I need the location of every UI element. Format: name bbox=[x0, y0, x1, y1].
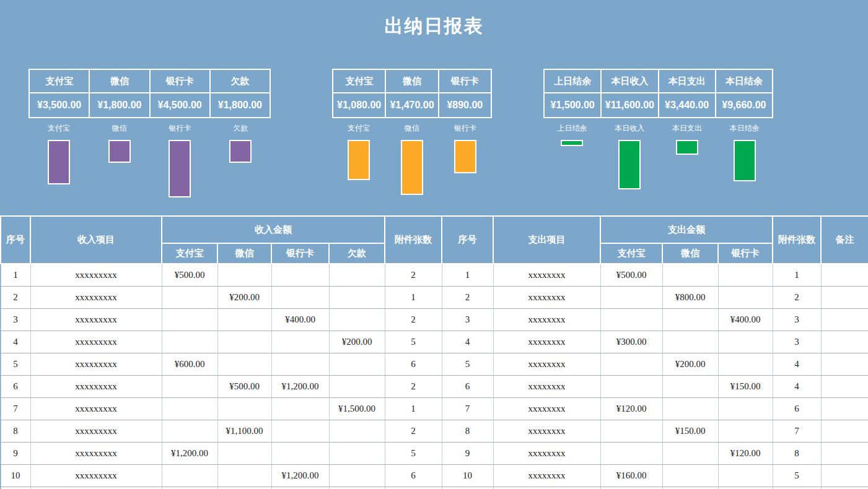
income-alipay-cell[interactable] bbox=[162, 420, 217, 443]
income-item-cell[interactable] bbox=[30, 487, 162, 489]
expense-attach-cell[interactable]: 2 bbox=[773, 287, 821, 309]
expense-no-cell[interactable]: 1 bbox=[442, 264, 493, 287]
expense-alipay-cell[interactable]: ¥500.00 bbox=[600, 264, 662, 287]
income-item-cell[interactable]: xxxxxxxxx bbox=[30, 420, 162, 443]
income-alipay-cell[interactable] bbox=[162, 487, 217, 489]
income-debt-cell[interactable] bbox=[329, 353, 385, 376]
expense-attach-cell[interactable]: 5 bbox=[773, 465, 821, 487]
expense-no-cell[interactable]: 6 bbox=[442, 376, 493, 398]
income-alipay-cell[interactable] bbox=[162, 309, 217, 331]
expense-no-cell[interactable]: 7 bbox=[442, 398, 493, 420]
expense-bankcard-cell[interactable]: ¥150.00 bbox=[718, 376, 773, 398]
remark-cell[interactable] bbox=[821, 465, 868, 487]
expense-alipay-cell[interactable]: ¥120.00 bbox=[600, 398, 662, 420]
income-debt-cell[interactable] bbox=[329, 287, 385, 309]
expense-item-cell[interactable]: xxxxxxxx bbox=[493, 398, 600, 420]
income-wechat-cell[interactable] bbox=[217, 264, 271, 287]
income-bankcard-cell[interactable] bbox=[271, 487, 329, 489]
remark-cell[interactable] bbox=[821, 398, 868, 420]
income-no-cell[interactable]: 9 bbox=[1, 443, 30, 465]
income-debt-cell[interactable]: ¥1,500.00 bbox=[329, 398, 385, 420]
income-item-cell[interactable]: xxxxxxxxx bbox=[30, 443, 162, 465]
income-debt-cell[interactable] bbox=[329, 443, 385, 465]
income-alipay-cell[interactable] bbox=[162, 465, 217, 487]
income-attach-cell[interactable] bbox=[385, 487, 442, 489]
income-attach-cell[interactable]: 6 bbox=[385, 353, 442, 376]
income-no-cell[interactable]: 4 bbox=[1, 331, 30, 353]
expense-no-cell[interactable] bbox=[442, 487, 493, 489]
income-wechat-cell[interactable] bbox=[217, 443, 271, 465]
income-bankcard-cell[interactable] bbox=[271, 420, 329, 443]
income-bankcard-cell[interactable] bbox=[271, 331, 329, 353]
income-debt-cell[interactable] bbox=[329, 264, 385, 287]
expense-wechat-cell[interactable] bbox=[662, 331, 718, 353]
income-attach-cell[interactable]: 5 bbox=[385, 443, 442, 465]
remark-cell[interactable] bbox=[821, 264, 868, 287]
income-bankcard-cell[interactable] bbox=[271, 398, 329, 420]
expense-wechat-cell[interactable]: ¥150.00 bbox=[662, 420, 718, 443]
income-item-cell[interactable]: xxxxxxxxx bbox=[30, 264, 162, 287]
expense-attach-cell[interactable]: 6 bbox=[773, 398, 821, 420]
remark-cell[interactable] bbox=[821, 487, 868, 489]
expense-attach-cell[interactable]: 8 bbox=[773, 443, 821, 465]
income-no-cell[interactable]: 2 bbox=[1, 287, 30, 309]
income-attach-cell[interactable]: 5 bbox=[385, 331, 442, 353]
income-bankcard-cell[interactable]: ¥400.00 bbox=[271, 309, 329, 331]
expense-attach-cell[interactable]: 3 bbox=[773, 331, 821, 353]
expense-wechat-cell[interactable] bbox=[662, 443, 718, 465]
income-item-cell[interactable]: xxxxxxxxx bbox=[30, 331, 162, 353]
income-attach-cell[interactable]: 1 bbox=[385, 398, 442, 420]
income-no-cell[interactable]: 1 bbox=[1, 264, 30, 287]
income-alipay-cell[interactable]: ¥500.00 bbox=[162, 264, 217, 287]
expense-item-cell[interactable] bbox=[493, 487, 600, 489]
expense-wechat-cell[interactable] bbox=[662, 398, 718, 420]
remark-cell[interactable] bbox=[821, 309, 868, 331]
expense-bankcard-cell[interactable] bbox=[718, 487, 773, 489]
expense-no-cell[interactable]: 8 bbox=[442, 420, 493, 443]
expense-wechat-cell[interactable] bbox=[662, 264, 718, 287]
expense-item-cell[interactable]: xxxxxxxx bbox=[493, 465, 600, 487]
expense-alipay-cell[interactable] bbox=[600, 376, 662, 398]
income-debt-cell[interactable] bbox=[329, 487, 385, 489]
expense-wechat-cell[interactable] bbox=[662, 376, 718, 398]
expense-item-cell[interactable]: xxxxxxxx bbox=[493, 420, 600, 443]
income-no-cell[interactable]: 3 bbox=[1, 309, 30, 331]
expense-alipay-cell[interactable] bbox=[600, 309, 662, 331]
income-no-cell[interactable]: 10 bbox=[1, 465, 30, 487]
income-bankcard-cell[interactable] bbox=[271, 443, 329, 465]
income-bankcard-cell[interactable]: ¥1,200.00 bbox=[271, 465, 329, 487]
income-debt-cell[interactable] bbox=[329, 420, 385, 443]
remark-cell[interactable] bbox=[821, 331, 868, 353]
income-bankcard-cell[interactable]: ¥1,200.00 bbox=[271, 376, 329, 398]
expense-item-cell[interactable]: xxxxxxxx bbox=[493, 376, 600, 398]
expense-item-cell[interactable]: xxxxxxxx bbox=[493, 287, 600, 309]
income-bankcard-cell[interactable] bbox=[271, 353, 329, 376]
expense-alipay-cell[interactable] bbox=[600, 487, 662, 489]
income-debt-cell[interactable] bbox=[329, 309, 385, 331]
income-attach-cell[interactable]: 2 bbox=[385, 309, 442, 331]
income-item-cell[interactable]: xxxxxxxxx bbox=[30, 465, 162, 487]
income-attach-cell[interactable]: 2 bbox=[385, 264, 442, 287]
expense-bankcard-cell[interactable] bbox=[718, 465, 773, 487]
expense-bankcard-cell[interactable] bbox=[718, 353, 773, 376]
expense-attach-cell[interactable]: 3 bbox=[773, 309, 821, 331]
expense-alipay-cell[interactable] bbox=[600, 287, 662, 309]
income-wechat-cell[interactable] bbox=[217, 353, 271, 376]
expense-bankcard-cell[interactable]: ¥120.00 bbox=[718, 443, 773, 465]
income-no-cell[interactable]: 6 bbox=[1, 376, 30, 398]
expense-wechat-cell[interactable] bbox=[662, 487, 718, 489]
income-no-cell[interactable]: 5 bbox=[1, 353, 30, 376]
income-wechat-cell[interactable] bbox=[217, 309, 271, 331]
expense-attach-cell[interactable]: 7 bbox=[773, 420, 821, 443]
expense-item-cell[interactable]: xxxxxxxx bbox=[493, 353, 600, 376]
income-item-cell[interactable]: xxxxxxxxx bbox=[30, 287, 162, 309]
income-alipay-cell[interactable]: ¥1,200.00 bbox=[162, 443, 217, 465]
expense-bankcard-cell[interactable] bbox=[718, 287, 773, 309]
expense-alipay-cell[interactable] bbox=[600, 353, 662, 376]
income-wechat-cell[interactable] bbox=[217, 465, 271, 487]
income-bankcard-cell[interactable] bbox=[271, 264, 329, 287]
income-wechat-cell[interactable]: ¥500.00 bbox=[217, 376, 271, 398]
expense-no-cell[interactable]: 2 bbox=[442, 287, 493, 309]
expense-wechat-cell[interactable]: ¥200.00 bbox=[662, 353, 718, 376]
expense-no-cell[interactable]: 10 bbox=[442, 465, 493, 487]
